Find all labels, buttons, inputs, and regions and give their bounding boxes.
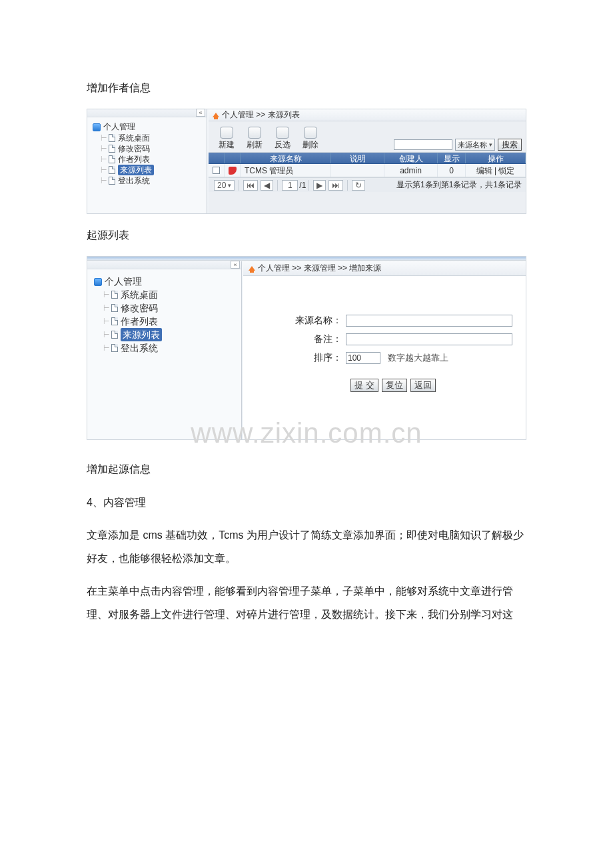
next-page-button[interactable]: ▶: [313, 180, 326, 191]
cell-ops[interactable]: 编辑 | 锁定: [466, 164, 526, 177]
pager: 20 ▾ ⏮ ◀ 1 /1 ▶ ⏭ ↻ 显示第1条到第1条记录，共1条记录: [209, 177, 526, 192]
tool-label: 反选: [269, 139, 297, 151]
label-order: 排序：: [257, 352, 346, 364]
sidebar-item-label: 来源列表: [121, 328, 162, 341]
sidebar-item[interactable]: ⊢系统桌面: [99, 133, 201, 143]
form: 来源名称： 备注： 排序： 数字越大越靠上 提 交 复位: [243, 276, 526, 399]
search-field-selected: 来源名称: [458, 140, 487, 150]
caption-add-source: 增加起源信息: [87, 457, 526, 481]
reset-button[interactable]: 复位: [382, 379, 407, 392]
sidebar-header: «: [87, 109, 207, 117]
page-icon: [109, 166, 115, 174]
col-creator: 创建人: [384, 153, 438, 163]
nav-tree: 个人管理 ⊢系统桌面⊢修改密码⊢作者列表⊢来源列表⊢登出系统: [87, 117, 207, 189]
page-size-value: 20: [217, 181, 226, 190]
sidebar-item[interactable]: ⊢作者列表: [102, 315, 235, 328]
breadcrumb: 个人管理 >> 来源管理 >> 增加来源: [258, 263, 381, 274]
prev-page-button[interactable]: ◀: [261, 180, 273, 191]
col-check: [209, 153, 225, 163]
input-order[interactable]: [346, 352, 380, 364]
sidebar-item-label: 作者列表: [121, 315, 158, 328]
row-checkbox[interactable]: [213, 167, 220, 174]
sidebar-item[interactable]: ⊢来源列表: [102, 328, 235, 341]
col-desc: 说明: [331, 153, 384, 163]
first-page-button[interactable]: ⏮: [243, 180, 258, 191]
sidebar-collapse-button[interactable]: «: [231, 261, 240, 269]
page-size-select[interactable]: 20 ▾: [214, 180, 235, 191]
page-icon: [111, 331, 118, 339]
breadcrumb: 个人管理 >> 来源列表: [222, 109, 300, 121]
chevron-down-icon: ▾: [228, 182, 231, 189]
toolbar-button[interactable]: 新建: [213, 127, 241, 151]
cell-name: TCMS 管理员: [241, 164, 331, 177]
home-icon: [249, 266, 255, 271]
tree-root-label: 个人管理: [103, 121, 135, 133]
label-remark: 备注：: [257, 333, 346, 345]
sidebar-header: «: [87, 261, 241, 269]
sidebar-item-label: 登出系统: [121, 341, 158, 355]
app-icon: [93, 123, 101, 131]
tree-line-icon: ⊢: [103, 288, 110, 301]
refresh-button[interactable]: ↻: [352, 180, 365, 191]
cell-show: 0: [438, 164, 466, 177]
sidebar-item-label: 系统桌面: [121, 288, 158, 301]
search-button[interactable]: 搜索: [498, 139, 522, 151]
back-button[interactable]: 返回: [410, 379, 436, 392]
tree-line-icon: ⊢: [101, 133, 107, 143]
main-panel: 个人管理 >> 来源管理 >> 增加来源 来源名称： 备注： 排序： 数字越大越…: [243, 261, 526, 439]
col-icon: [225, 153, 241, 163]
toolbar-button[interactable]: 反选: [269, 127, 297, 151]
toolbar: 新建刷新反选删除 来源名称 ▾ 搜索: [209, 121, 526, 152]
col-ops: 操作: [466, 153, 526, 163]
sidebar-item-label: 作者列表: [118, 154, 150, 165]
screenshot-add-source: « 个人管理 ⊢系统桌面⊢修改密码⊢作者列表⊢来源列表⊢登出系统 个人管理 >>…: [87, 256, 526, 440]
submit-button[interactable]: 提 交: [350, 379, 378, 392]
page-input[interactable]: 1: [282, 180, 298, 191]
page-icon: [111, 291, 118, 299]
total-pages: /1: [299, 181, 306, 190]
page-icon: [109, 145, 115, 153]
tree-line-icon: ⊢: [103, 315, 110, 328]
sidebar-item[interactable]: ⊢修改密码: [102, 301, 235, 315]
tree-root-label: 个人管理: [105, 276, 142, 288]
last-page-button[interactable]: ⏭: [328, 180, 343, 191]
page-icon: [109, 177, 115, 185]
sidebar-item[interactable]: ⊢来源列表: [99, 165, 201, 175]
input-source-name[interactable]: [346, 315, 512, 327]
toolbar-button[interactable]: 刷新: [241, 127, 269, 151]
page-icon: [109, 155, 115, 163]
sidebar-item[interactable]: ⊢作者列表: [99, 154, 201, 165]
page-icon: [111, 304, 118, 312]
tree-line-icon: ⊢: [103, 301, 110, 315]
search-input[interactable]: [394, 139, 452, 150]
search-field-select[interactable]: 来源名称 ▾: [455, 139, 495, 151]
sidebar: « 个人管理 ⊢系统桌面⊢修改密码⊢作者列表⊢来源列表⊢登出系统: [87, 261, 242, 439]
breadcrumb-bar: 个人管理 >> 来源列表: [209, 109, 526, 121]
tool-label: 删除: [297, 139, 324, 151]
toolbar-button[interactable]: 删除: [297, 127, 324, 151]
sidebar: « 个人管理 ⊢系统桌面⊢修改密码⊢作者列表⊢来源列表⊢登出系统: [87, 109, 207, 213]
tree-root[interactable]: 个人管理: [93, 121, 201, 133]
sidebar-item[interactable]: ⊢系统桌面: [102, 288, 235, 301]
sidebar-item[interactable]: ⊢登出系统: [102, 341, 235, 355]
sidebar-item[interactable]: ⊢登出系统: [99, 175, 201, 186]
paragraph-1: 文章添加是 cms 基础功效，Tcms 为用户设计了简练文章添加界面；即使对电脑…: [87, 523, 526, 570]
tree-line-icon: ⊢: [101, 154, 107, 165]
page-icon: [111, 317, 118, 325]
tool-label: 新建: [213, 139, 241, 151]
tree-root[interactable]: 个人管理: [94, 276, 235, 288]
cell-desc: [331, 164, 384, 177]
sidebar-item[interactable]: ⊢修改密码: [99, 143, 201, 154]
tool-icon: [276, 127, 289, 139]
sidebar-item-label: 修改密码: [118, 143, 150, 154]
tree-line-icon: ⊢: [101, 143, 107, 154]
sidebar-collapse-button[interactable]: «: [196, 109, 205, 117]
table-row[interactable]: TCMS 管理员 admin 0 编辑 | 锁定: [209, 164, 526, 177]
home-icon: [213, 113, 219, 117]
order-hint: 数字越大越靠上: [388, 353, 448, 363]
tree-line-icon: ⊢: [103, 341, 110, 355]
sidebar-item-label: 修改密码: [121, 301, 158, 315]
pager-summary: 显示第1条到第1条记录，共1条记录: [396, 179, 522, 191]
cell-creator: admin: [384, 164, 438, 177]
input-remark[interactable]: [346, 333, 512, 345]
